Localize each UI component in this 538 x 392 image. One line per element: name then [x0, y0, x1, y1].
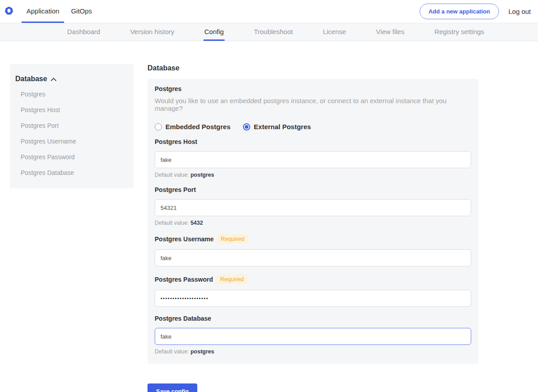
radio-embedded-postgres-label: Embedded Postgres	[165, 123, 230, 131]
tab-gitops[interactable]: GitOps	[66, 0, 97, 23]
postgres-database-default-helper: Default value: postgres	[155, 348, 471, 355]
radio-unselected-icon	[155, 123, 162, 131]
default-value-prefix: Default value:	[155, 220, 189, 226]
sidebar-group-database[interactable]: Database	[15, 75, 128, 83]
field-label-row: Postgres Database	[155, 315, 471, 322]
field-postgres-username: Postgres Username Required	[155, 234, 471, 266]
config-main: Database Postgres Would you like to use …	[148, 64, 478, 392]
field-label-row: Postgres Password Required	[155, 274, 471, 284]
required-badge: Required	[217, 274, 247, 284]
config-content: Database Postgres Postgres Host Postgres…	[0, 41, 538, 392]
subnav-item-license[interactable]: License	[322, 23, 347, 41]
subnav-item-version-history[interactable]: Version history	[129, 23, 175, 41]
radio-selected-icon	[243, 123, 250, 131]
postgres-password-input[interactable]	[155, 290, 471, 307]
postgres-port-label: Postgres Port	[155, 186, 196, 193]
tab-application-label: Application	[26, 7, 59, 15]
field-label-row: Postgres Port	[155, 186, 471, 193]
postgres-group-description: Would you like to use an embedded postgr…	[155, 97, 471, 112]
chevron-up-icon	[51, 78, 56, 83]
config-sidebar: Database Postgres Postgres Host Postgres…	[10, 64, 134, 188]
field-postgres-port: Postgres Port Default value: 5432	[155, 186, 471, 226]
replicated-logo-icon	[4, 6, 13, 17]
required-badge: Required	[217, 234, 248, 244]
save-config-button[interactable]: Save config	[148, 383, 197, 392]
postgres-port-default-helper: Default value: 5432	[155, 220, 471, 226]
default-value: 5432	[191, 220, 203, 226]
subnav-item-config[interactable]: Config	[204, 23, 225, 41]
postgres-mode-radio-group: Embedded Postgres External Postgres	[155, 123, 471, 131]
sidebar-group-database-label: Database	[15, 75, 47, 83]
app-logo[interactable]	[4, 0, 13, 23]
radio-external-postgres-label: External Postgres	[254, 123, 311, 131]
postgres-port-input[interactable]	[155, 199, 471, 216]
postgres-host-input[interactable]	[155, 151, 471, 168]
sidebar-item-postgres-database[interactable]: Postgres Database	[15, 169, 128, 177]
page-title: Database	[148, 64, 478, 72]
postgres-host-default-helper: Default value: postgres	[155, 172, 471, 178]
postgres-password-label: Postgres Password	[155, 276, 213, 283]
sidebar-item-postgres-password[interactable]: Postgres Password	[15, 153, 128, 161]
default-value: postgres	[191, 348, 214, 355]
subnav-item-registry-settings[interactable]: Registry settings	[434, 23, 485, 41]
subnav-item-troubleshoot[interactable]: Troubleshoot	[253, 23, 294, 41]
sidebar-item-postgres-host[interactable]: Postgres Host	[15, 106, 128, 114]
logout-link[interactable]: Log out	[508, 8, 532, 15]
postgres-username-input[interactable]	[155, 249, 471, 266]
subnav-item-view-files[interactable]: View files	[375, 23, 405, 41]
postgres-group-label: Postgres	[155, 85, 471, 92]
postgres-username-label: Postgres Username	[155, 235, 214, 243]
radio-external-postgres[interactable]: External Postgres	[243, 123, 311, 131]
field-postgres-database: Postgres Database Default value: postgre…	[155, 315, 471, 355]
default-value-prefix: Default value:	[155, 348, 189, 355]
main-tabs: Application GitOps	[22, 0, 99, 23]
postgres-host-label: Postgres Host	[155, 138, 197, 145]
default-value: postgres	[191, 172, 214, 178]
tab-application[interactable]: Application	[22, 0, 64, 23]
field-postgres-password: Postgres Password Required	[155, 274, 471, 307]
postgres-database-input[interactable]	[155, 328, 471, 345]
postgres-database-label: Postgres Database	[155, 315, 211, 322]
default-value-prefix: Default value:	[155, 172, 189, 178]
subnav-item-dashboard[interactable]: Dashboard	[66, 23, 101, 41]
sidebar-item-postgres-username[interactable]: Postgres Username	[15, 138, 128, 145]
radio-embedded-postgres[interactable]: Embedded Postgres	[155, 123, 230, 131]
add-application-button[interactable]: Add a new application	[420, 4, 499, 19]
field-label-row: Postgres Host	[155, 138, 471, 145]
field-postgres-host: Postgres Host Default value: postgres	[155, 138, 471, 178]
field-label-row: Postgres Username Required	[155, 234, 471, 244]
header-spacer	[99, 0, 420, 23]
app-subnav: Dashboard Version history Config Trouble…	[0, 23, 538, 41]
sidebar-item-postgres[interactable]: Postgres	[15, 91, 128, 98]
top-nav: Application GitOps Add a new application…	[0, 0, 538, 23]
sidebar-item-postgres-port[interactable]: Postgres Port	[15, 122, 128, 130]
database-config-panel: Postgres Would you like to use an embedd…	[148, 79, 478, 364]
tab-gitops-label: GitOps	[71, 7, 92, 15]
